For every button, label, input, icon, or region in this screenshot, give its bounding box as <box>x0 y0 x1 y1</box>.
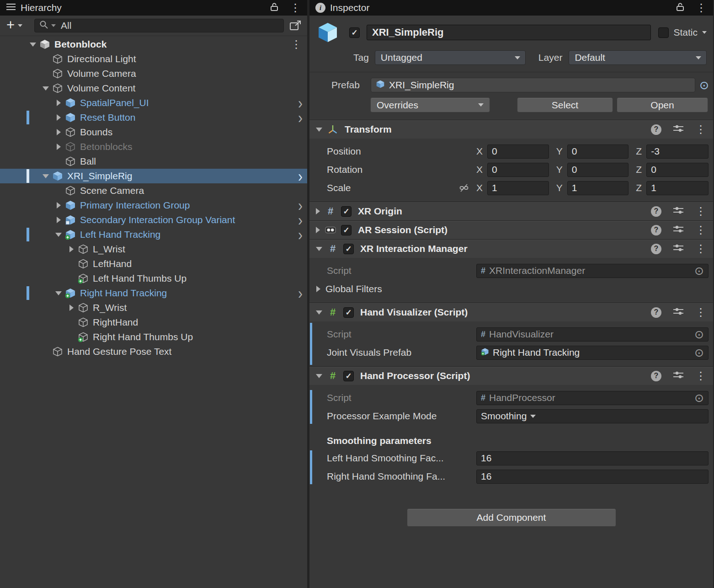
hierarchy-row[interactable]: SpatialPanel_UI› <box>0 96 307 110</box>
active-checkbox[interactable]: ✓ <box>349 27 360 38</box>
xr-interaction-manager-header[interactable]: # ✓ XR Interaction Manager ? ⋮ <box>309 240 713 258</box>
foldout-open-icon[interactable] <box>316 128 322 132</box>
add-component-button[interactable]: Add Component <box>407 508 616 527</box>
help-icon[interactable]: ? <box>651 206 661 217</box>
rotation-y-field[interactable]: 0 <box>567 163 629 177</box>
presets-icon[interactable] <box>673 370 684 382</box>
create-object-button[interactable]: + <box>6 20 22 32</box>
hierarchy-row[interactable]: Primary Interaction Group› <box>0 198 307 213</box>
link-broken-icon[interactable] <box>459 183 469 193</box>
script-field[interactable]: # XRInteractionManager ⊙ <box>476 264 709 278</box>
position-z-field[interactable]: -3 <box>646 144 709 159</box>
search-filter-caret-icon[interactable] <box>51 24 56 27</box>
pop-out-window-icon[interactable] <box>289 20 302 32</box>
processor-example-mode-dropdown[interactable]: Smoothing <box>476 409 709 423</box>
layer-dropdown[interactable]: Default <box>569 50 707 65</box>
foldout-closed-icon[interactable] <box>316 227 320 233</box>
right-hand-smoothing-field[interactable]: 16 <box>476 470 709 484</box>
foldout-open-icon[interactable] <box>316 310 322 315</box>
presets-icon[interactable] <box>673 206 684 217</box>
select-button[interactable]: Select <box>517 97 613 112</box>
hierarchy-row[interactable]: Betonblock⋮ <box>0 37 307 52</box>
kebab-menu-icon[interactable]: ⋮ <box>695 307 706 318</box>
hierarchy-row[interactable]: RightHand <box>0 315 307 330</box>
position-x-field[interactable]: 0 <box>487 144 549 159</box>
hierarchy-row[interactable]: Hand Gesture Pose Text <box>0 344 307 359</box>
hand-processor-enabled-checkbox[interactable]: ✓ <box>343 371 354 381</box>
lock-icon[interactable] <box>270 2 279 14</box>
foldout-open-icon[interactable] <box>316 247 322 251</box>
scale-z-field[interactable]: 1 <box>646 181 709 195</box>
hierarchy-row[interactable]: Scene Camera <box>0 183 307 198</box>
presets-icon[interactable] <box>673 243 684 255</box>
hand-processor-header[interactable]: # ✓ Hand Processor (Script) ? ⋮ <box>309 367 713 385</box>
kebab-menu-icon[interactable]: ⋮ <box>695 370 706 381</box>
tab-inspector[interactable]: i Inspector <box>309 0 380 16</box>
presets-icon[interactable] <box>673 225 684 236</box>
help-icon[interactable]: ? <box>651 371 661 381</box>
hierarchy-row[interactable]: Right Hand Thumbs Up <box>0 330 307 344</box>
hierarchy-row[interactable]: Ball <box>0 154 307 169</box>
lock-icon[interactable] <box>676 2 685 14</box>
prefab-expand-chevron-icon[interactable]: › <box>298 227 303 243</box>
hierarchy-row[interactable]: Volume Content <box>0 81 307 96</box>
kebab-menu-icon[interactable]: ⋮ <box>291 39 302 50</box>
rotation-z-field[interactable]: 0 <box>646 163 709 177</box>
help-icon[interactable]: ? <box>651 244 661 254</box>
object-picker-icon[interactable]: ⊙ <box>694 329 704 340</box>
hand-visualizer-enabled-checkbox[interactable]: ✓ <box>343 307 354 318</box>
hierarchy-row[interactable]: Right Hand Tracking› <box>0 286 307 300</box>
foldout-open-icon[interactable] <box>316 374 322 378</box>
foldout-closed-icon[interactable] <box>316 208 320 214</box>
search-input[interactable]: All <box>34 19 284 32</box>
script-field[interactable]: # HandVisualizer ⊙ <box>476 327 709 342</box>
hierarchy-row[interactable]: Betonblocks <box>0 139 307 154</box>
foldout-open-icon[interactable] <box>39 86 52 91</box>
prefab-object-field[interactable]: XRI_SimpleRig <box>371 78 695 92</box>
hierarchy-row[interactable]: L_Wrist <box>0 242 307 257</box>
foldout-closed-icon[interactable] <box>52 100 65 106</box>
foldout-open-icon[interactable] <box>52 233 65 237</box>
foldout-closed-icon[interactable] <box>52 129 65 135</box>
hierarchy-row[interactable]: Left Hand Thumbs Up <box>0 271 307 286</box>
hierarchy-row[interactable]: Left Hand Tracking› <box>0 227 307 242</box>
object-picker-icon[interactable]: ⊙ <box>694 265 704 277</box>
prefab-expand-chevron-icon[interactable]: › <box>298 110 303 126</box>
script-field[interactable]: # HandProcessor ⊙ <box>476 391 709 405</box>
joint-visuals-prefab-field[interactable]: Right Hand Tracking ⊙ <box>476 346 709 360</box>
kebab-menu-icon[interactable]: ⋮ <box>696 2 707 13</box>
static-checkbox[interactable] <box>658 27 669 38</box>
static-dropdown-caret-icon[interactable] <box>702 31 707 34</box>
rotation-x-field[interactable]: 0 <box>487 163 549 177</box>
hand-visualizer-header[interactable]: # ✓ Hand Visualizer (Script) ? ⋮ <box>309 303 713 321</box>
kebab-menu-icon[interactable]: ⋮ <box>695 225 706 235</box>
kebab-menu-icon[interactable]: ⋮ <box>695 243 706 254</box>
ar-session-enabled-checkbox[interactable]: ✓ <box>341 225 352 235</box>
kebab-menu-icon[interactable]: ⋮ <box>695 124 706 135</box>
xr-origin-header[interactable]: # ✓ XR Origin ? ⋮ <box>309 202 713 220</box>
position-y-field[interactable]: 0 <box>567 144 629 159</box>
transform-header[interactable]: Transform ? ⋮ <box>309 120 713 139</box>
help-icon[interactable]: ? <box>651 225 661 235</box>
xr-interaction-manager-enabled-checkbox[interactable]: ✓ <box>343 244 354 254</box>
help-icon[interactable]: ? <box>651 124 661 135</box>
hierarchy-row[interactable]: Directional Light <box>0 52 307 66</box>
object-picker-icon[interactable]: ⊙ <box>694 392 704 404</box>
left-hand-smoothing-field[interactable]: 16 <box>476 451 709 465</box>
tab-hierarchy[interactable]: Hierarchy <box>0 0 73 16</box>
hierarchy-row[interactable]: R_Wrist <box>0 300 307 315</box>
kebab-menu-icon[interactable]: ⋮ <box>290 2 301 13</box>
overrides-button[interactable]: Overrides <box>370 97 490 112</box>
foldout-closed-icon[interactable] <box>65 246 78 252</box>
hierarchy-row[interactable]: LeftHand <box>0 257 307 271</box>
scale-x-field[interactable]: 1 <box>487 181 549 195</box>
presets-icon[interactable] <box>673 124 684 135</box>
kebab-menu-icon[interactable]: ⋮ <box>695 206 706 217</box>
presets-icon[interactable] <box>673 307 684 318</box>
object-picker-icon[interactable]: ⊙ <box>694 347 704 358</box>
xr-origin-enabled-checkbox[interactable]: ✓ <box>341 206 352 217</box>
foldout-closed-icon[interactable] <box>52 217 65 223</box>
open-button[interactable]: Open <box>617 97 708 112</box>
foldout-closed-icon[interactable] <box>65 305 78 311</box>
foldout-closed-icon[interactable] <box>52 144 65 150</box>
